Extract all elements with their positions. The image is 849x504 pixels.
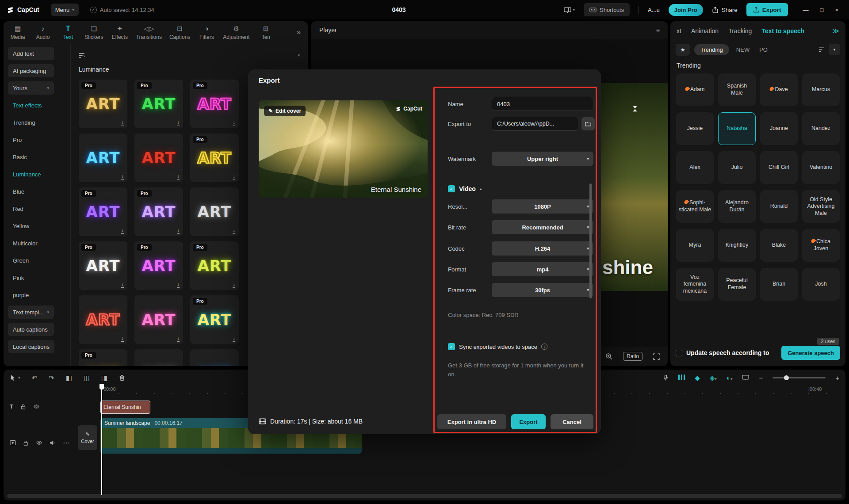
text-effect-tile[interactable]: ARTPro↓ — [190, 241, 239, 290]
export-button[interactable]: Export — [746, 3, 788, 16]
eye-icon[interactable] — [33, 404, 40, 409]
zoom-in-button[interactable]: + — [835, 374, 839, 381]
text-clip[interactable]: Eternal Sunshin — [100, 401, 150, 414]
browse-folder-button[interactable] — [581, 117, 595, 130]
zoom-preview-icon[interactable] — [605, 353, 612, 360]
voice-card-natasha[interactable]: Natasha — [718, 112, 756, 145]
format-dropdown[interactable]: mp4 ▾ — [492, 262, 593, 276]
sync-row[interactable]: ✓ Sync exported videos to space i — [448, 343, 594, 350]
favorites-button[interactable]: ★ — [676, 44, 690, 56]
media-tab-transitions[interactable]: ◁▷Transitions — [136, 25, 162, 40]
username[interactable]: A...u — [648, 7, 660, 13]
sidebar-item-yellow[interactable]: Yellow — [8, 219, 66, 233]
lock-icon[interactable] — [23, 440, 29, 446]
sidebar-item-auto-captions[interactable]: Auto captions — [8, 323, 54, 336]
voice-card-myra[interactable]: Myra — [676, 229, 714, 262]
preview-axis-button[interactable] — [742, 374, 749, 381]
cancel-button[interactable]: Cancel — [551, 414, 593, 429]
chevron-down-icon[interactable]: ▾ — [298, 53, 300, 57]
watermark-dropdown[interactable]: Upper right ▾ — [492, 152, 593, 166]
dialog-scrollbar[interactable] — [589, 183, 592, 298]
fullscreen-icon[interactable] — [653, 353, 660, 360]
resolution-dropdown[interactable]: 1080P ▾ — [492, 199, 593, 214]
download-icon[interactable]: ↓ — [121, 336, 124, 342]
sidebar-item-pink[interactable]: Pink — [8, 271, 66, 284]
voice-card-voz-femenina-mexicana[interactable]: Voz femenina mexicana — [676, 268, 714, 301]
text-effect-tile[interactable]: ARTPro↓ — [79, 349, 127, 366]
name-input[interactable]: 0403 — [492, 97, 593, 111]
sync-checkbox[interactable]: ✓ — [448, 343, 455, 350]
sidebar-item-local-captions[interactable]: Local captions — [8, 340, 54, 353]
media-tab-text[interactable]: TText — [59, 25, 77, 40]
sort-icon[interactable] — [818, 47, 825, 53]
text-effect-tile[interactable]: ART↓ — [134, 349, 183, 366]
voice-card-valentino[interactable]: Valentino — [802, 151, 840, 184]
voice-card-jessie[interactable]: Jessie — [676, 112, 714, 145]
timeline-scrollbar[interactable] — [7, 494, 842, 498]
voice-card-josh[interactable]: Josh — [802, 268, 840, 301]
select-tool-button[interactable]: ▾ — [10, 374, 20, 381]
split-icon[interactable]: ◫ — [84, 374, 90, 381]
join-pro-button[interactable]: Join Pro — [669, 4, 703, 16]
download-icon[interactable]: ↓ — [177, 282, 180, 288]
voice-card-knightley[interactable]: Knightley — [718, 229, 756, 262]
voice-card-alex[interactable]: Alex — [676, 151, 714, 184]
menu-button[interactable]: Menu ▾ — [51, 4, 79, 16]
download-icon[interactable]: ↓ — [177, 336, 180, 342]
layout-mode-button[interactable]: ▾ — [564, 7, 575, 13]
audio-separate-button[interactable] — [678, 374, 685, 381]
shortcuts-button[interactable]: Shortcuts — [584, 3, 630, 16]
sidebar-item-trending[interactable]: Trending — [8, 116, 66, 129]
download-icon[interactable]: ↓ — [233, 228, 235, 234]
download-icon[interactable]: ↓ — [233, 174, 235, 180]
edit-cover-chip[interactable]: ✎ Edit cover — [264, 106, 306, 116]
more-tabs-icon[interactable]: » — [295, 28, 302, 36]
export-ultra-hd-button[interactable]: Export in ultra HD — [437, 414, 506, 429]
minimize-button[interactable]: — — [803, 7, 809, 13]
download-icon[interactable]: ↓ — [233, 282, 235, 288]
text-effect-tile[interactable]: ARTPro↓ — [190, 295, 239, 344]
media-tab-ten[interactable]: ⊞Ten — [257, 25, 275, 40]
share-button[interactable]: Share — [712, 7, 738, 13]
sidebar-item-basic[interactable]: Basic — [8, 150, 66, 164]
tab-text[interactable]: xt — [677, 27, 681, 34]
generate-speech-button[interactable]: Generate speech — [781, 346, 840, 360]
download-icon[interactable]: ↓ — [121, 174, 124, 180]
media-tab-audio[interactable]: ♪Audio — [34, 25, 52, 40]
video-checkbox[interactable]: ✓ — [448, 185, 455, 192]
media-tab-captions[interactable]: ⊟Captions — [169, 25, 190, 40]
sidebar-item-blue[interactable]: Blue — [8, 185, 66, 198]
voice-card-adam[interactable]: Adam — [676, 73, 714, 106]
download-icon[interactable]: ↓ — [121, 228, 124, 234]
tabs-overflow-icon[interactable]: ≫ — [832, 27, 839, 35]
sidebar-item-purple[interactable]: purple — [8, 288, 66, 302]
text-effect-tile[interactable]: ARTPro↓ — [190, 134, 239, 182]
delete-button[interactable] — [119, 374, 125, 381]
voice-card-ronald[interactable]: Ronald — [760, 190, 798, 223]
bitrate-dropdown[interactable]: Recommended ▾ — [492, 220, 593, 234]
text-effect-tile[interactable]: ARTPro↓ — [79, 187, 127, 236]
voice-card-nandez[interactable]: Nandez — [802, 112, 840, 145]
voice-card-chica-joven[interactable]: Chica Joven — [802, 229, 840, 262]
collapse-up-icon[interactable]: ▴ — [480, 187, 482, 191]
text-effect-tile[interactable]: ARTPro↓ — [134, 80, 183, 128]
media-tab-stickers[interactable]: ❏Stickers — [84, 25, 103, 40]
split-left-icon[interactable]: ◧ — [66, 374, 72, 381]
text-effect-tile[interactable]: ARTPro↓ — [190, 80, 239, 128]
voice-card-blake[interactable]: Blake — [760, 229, 798, 262]
voice-card-alejandro-dur-n[interactable]: Alejandro Durán — [718, 190, 756, 223]
sidebar-item-text-effects[interactable]: Text effects — [8, 99, 66, 112]
info-icon[interactable]: i — [541, 344, 547, 350]
filter-trending[interactable]: Trending — [694, 44, 729, 55]
text-effect-tile[interactable]: ARTPro↓ — [79, 241, 127, 290]
sidebar-item-red[interactable]: Red — [8, 202, 66, 215]
lock-icon[interactable] — [20, 404, 26, 410]
sidebar-item-yours[interactable]: Yours▾ — [8, 81, 54, 95]
text-effect-tile[interactable]: ART↓ — [190, 187, 239, 236]
voice-card-marcus[interactable]: Marcus — [802, 73, 840, 106]
text-effect-tile[interactable]: ART↓ — [190, 349, 239, 366]
sidebar-item-pro[interactable]: Pro — [8, 133, 66, 146]
media-tab-filters[interactable]: ◑Filters — [198, 25, 215, 40]
text-effect-tile[interactable]: ARTPro↓ — [134, 187, 183, 236]
download-icon[interactable]: ↓ — [177, 120, 180, 126]
